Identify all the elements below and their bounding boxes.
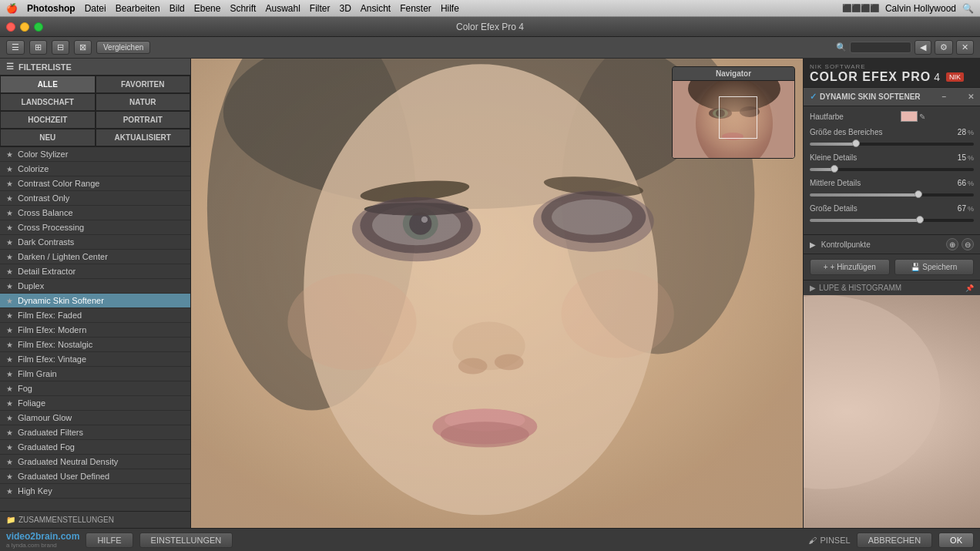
filter-graduated-neutral[interactable]: ★Graduated Neutral Density	[0, 455, 190, 469]
lupe-pin-icon[interactable]: 📌	[965, 284, 974, 292]
cat-landschaft[interactable]: LANDSCHAFT	[0, 93, 96, 111]
filter-film-efex-modern[interactable]: ★Film Efex: Modern	[0, 323, 190, 338]
section-title: DYNAMIC SKIN SOFTENER	[820, 92, 921, 101]
filter-film-grain[interactable]: ★Film Grain	[0, 367, 190, 381]
compare-button[interactable]: Vergleichen	[96, 41, 150, 54]
search-icon[interactable]: 🔍	[962, 3, 974, 14]
menu-hilfe[interactable]: Hilfe	[441, 3, 459, 14]
groesse-unit: %	[968, 129, 974, 136]
cat-portrait[interactable]: PORTRAIT	[96, 111, 191, 129]
filter-colorize[interactable]: ★Colorize	[0, 162, 190, 176]
section-close-icon[interactable]: ✕	[968, 92, 974, 101]
zoom-settings-btn[interactable]: ⚙	[935, 40, 953, 55]
filter-graduated-fog[interactable]: ★Graduated Fog	[0, 440, 190, 455]
pinsel-icon: 🖌	[808, 536, 817, 545]
filter-graduated-filters[interactable]: ★Graduated Filters	[0, 425, 190, 440]
menu-ebene[interactable]: Ebene	[194, 3, 221, 14]
edit-color-icon[interactable]: ✎	[919, 113, 925, 121]
filter-fog[interactable]: ★Fog	[0, 381, 190, 396]
apple-menu-icon[interactable]: 🍎	[6, 3, 18, 14]
system-icons: ⬛⬛⬛⬛	[842, 4, 879, 12]
einstellungen-button[interactable]: EINSTELLUNGEN	[139, 533, 233, 548]
zoom-area: 🔍 Zoom (50 %) ◀ ⚙ ✕	[836, 40, 974, 55]
speichern-button[interactable]: 💾 Speichern	[894, 259, 975, 275]
toolbar: ☰ ⊞ ⊟ ⊠ Vergleichen 🔍 Zoom (50 %) ◀ ⚙ ✕	[0, 37, 980, 59]
cat-natur[interactable]: NATUR	[96, 93, 191, 111]
filter-foliage[interactable]: ★Foliage	[0, 396, 190, 411]
logo-text: video2brain.com	[6, 531, 79, 542]
abbrechen-button[interactable]: ABBRECHEN	[857, 533, 932, 548]
kontrollpunkte-row: ▶ Kontrollpunkte ⊕ ⊖	[804, 234, 980, 254]
filter-dark-contrasts[interactable]: ★Dark Contrasts	[0, 235, 190, 250]
hinzufuegen-button[interactable]: + + Hinzufügen	[810, 259, 890, 275]
star-icon: ★	[6, 282, 13, 291]
left-panel: ☰ FILTERLISTE ALLE FAVORITEN LANDSCHAFT …	[0, 59, 191, 528]
view-split-btn[interactable]: ⊠	[74, 40, 92, 55]
zusammenstellungen[interactable]: 📁 ZUSAMMENSTELLUNGEN	[0, 511, 190, 528]
kontrollpunkt-add-filled-btn[interactable]: ⊕	[946, 238, 958, 250]
filter-cross-processing[interactable]: ★Cross Processing	[0, 220, 190, 235]
filter-film-efex-vintage[interactable]: ★Film Efex: Vintage	[0, 352, 190, 367]
bottom-bar: video2brain.com a lynda.com brand HILFE …	[0, 528, 980, 551]
view-list-btn[interactable]: ☰	[6, 40, 25, 55]
lupe-label: LUPE & HISTOGRAMM	[819, 284, 901, 292]
cat-hochzeit[interactable]: HOCHZEIT	[0, 111, 96, 129]
zoom-close-btn[interactable]: ✕	[956, 40, 974, 55]
cat-neu[interactable]: NEU	[0, 129, 96, 146]
menu-datei[interactable]: Datei	[85, 3, 106, 14]
pinsel-area: 🖌 PINSEL	[808, 536, 850, 545]
star-icon: ★	[6, 209, 13, 217]
menu-auswahl[interactable]: Auswahl	[265, 3, 300, 14]
filter-contrast-only[interactable]: ★Contrast Only	[0, 191, 190, 206]
minimize-button[interactable]	[20, 22, 29, 32]
menu-fenster[interactable]: Fenster	[400, 3, 431, 14]
star-icon: ★	[6, 311, 13, 320]
filter-detail-extractor[interactable]: ★Detail Extractor	[0, 264, 190, 279]
hilfe-button[interactable]: HILFE	[86, 533, 133, 548]
navigator-preview[interactable]	[673, 81, 795, 158]
section-header-dynamic[interactable]: ✓ DYNAMIC SKIN SOFTENER – ✕	[804, 87, 980, 106]
view-detail-btn[interactable]: ⊟	[52, 40, 69, 55]
filter-film-efex-faded[interactable]: ★Film Efex: Faded	[0, 308, 190, 323]
grosse-label: Große Details	[810, 204, 894, 213]
filter-glamour-glow[interactable]: ★Glamour Glow	[0, 411, 190, 425]
star-icon: ★	[6, 399, 13, 408]
lynda-label: a lynda.com brand	[6, 542, 79, 549]
filter-dynamic-skin-softener[interactable]: ★Dynamic Skin Softener	[0, 294, 190, 308]
filter-duplex[interactable]: ★Duplex	[0, 279, 190, 294]
filter-darken-lighten[interactable]: ★Darken / Lighten Center	[0, 250, 190, 264]
groesse-slider[interactable]	[810, 143, 974, 146]
menu-schrift[interactable]: Schrift	[230, 3, 256, 14]
lupe-header[interactable]: ▶ LUPE & HISTOGRAMM 📌	[804, 280, 980, 295]
hautfarbe-swatch[interactable]	[901, 111, 918, 122]
close-button[interactable]	[6, 22, 15, 32]
star-icon: ★	[6, 443, 13, 452]
mittlere-slider[interactable]	[810, 193, 974, 197]
section-minimize-icon[interactable]: –	[942, 92, 947, 101]
cat-alle[interactable]: ALLE	[0, 76, 96, 93]
action-buttons: + + Hinzufügen 💾 Speichern	[804, 254, 980, 280]
kleine-slider[interactable]	[810, 168, 974, 171]
menu-bild[interactable]: Bild	[169, 3, 185, 14]
menu-bearbeiten[interactable]: Bearbeiten	[116, 3, 160, 14]
filter-cross-balance[interactable]: ★Cross Balance	[0, 206, 190, 220]
filter-graduated-user[interactable]: ★Graduated User Defined	[0, 469, 190, 484]
ok-button[interactable]: OK	[938, 533, 974, 548]
kontrollpunkt-add-empty-btn[interactable]: ⊖	[962, 238, 974, 250]
zoom-input[interactable]: Zoom (50 %)	[850, 42, 911, 53]
menu-3d[interactable]: 3D	[339, 3, 351, 14]
canvas-area[interactable]: Navigator	[191, 59, 803, 528]
filter-film-efex-nostalgic[interactable]: ★Film Efex: Nostalgic	[0, 338, 190, 352]
menu-ansicht[interactable]: Ansicht	[361, 3, 391, 14]
filter-contrast-color-range[interactable]: ★Contrast Color Range	[0, 176, 190, 191]
filter-high-key[interactable]: ★High Key	[0, 484, 190, 499]
cat-aktualisiert[interactable]: AKTUALISIERT	[96, 129, 191, 146]
maximize-button[interactable]	[34, 22, 43, 32]
zoom-prev-btn[interactable]: ◀	[915, 40, 931, 55]
grosse-slider[interactable]	[810, 219, 974, 222]
menu-filter[interactable]: Filter	[310, 3, 331, 14]
view-grid-btn[interactable]: ⊞	[29, 40, 47, 55]
filter-color-stylizer[interactable]: ★Color Stylizer	[0, 147, 190, 162]
cat-favoriten[interactable]: FAVORITEN	[96, 76, 191, 93]
filter-categories: ALLE FAVORITEN LANDSCHAFT NATUR HOCHZEIT…	[0, 76, 190, 147]
